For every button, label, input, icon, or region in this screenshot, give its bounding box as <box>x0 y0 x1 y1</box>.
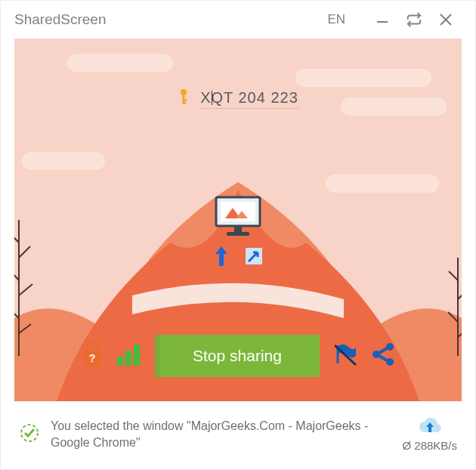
svg-line-21 <box>379 348 387 353</box>
signal-strength-icon[interactable] <box>117 343 141 369</box>
lock-help-icon[interactable]: ? <box>81 342 104 370</box>
cloud-upload-icon[interactable] <box>418 425 442 438</box>
svg-rect-14 <box>117 357 123 366</box>
mid-icons <box>214 246 262 269</box>
action-bar: ? Stop sharing <box>14 335 462 377</box>
open-external-icon[interactable] <box>246 248 262 267</box>
titlebar: SharedScreen EN <box>1 1 475 39</box>
key-icon <box>178 88 190 109</box>
svg-rect-8 <box>221 202 255 221</box>
svg-rect-10 <box>227 232 249 236</box>
session-code[interactable]: XQT 204 223 <box>200 89 298 109</box>
upload-speed: Ø 288KB/s <box>402 439 457 452</box>
illustration-area: XQT 204 223 <box>14 39 462 401</box>
language-selector[interactable]: EN <box>327 12 345 27</box>
minimize-button[interactable] <box>366 12 398 27</box>
refresh-button[interactable] <box>398 11 430 28</box>
status-check-icon <box>19 422 40 447</box>
svg-point-3 <box>181 89 187 95</box>
status-bar: You selected the window "MajorGeeks.Com … <box>14 407 462 462</box>
app-window: SharedScreen EN <box>0 0 476 470</box>
svg-rect-16 <box>134 345 140 366</box>
close-button[interactable] <box>430 12 462 27</box>
svg-rect-15 <box>125 351 131 366</box>
share-icon[interactable] <box>371 342 395 370</box>
network-status: Ø 288KB/s <box>402 417 457 452</box>
svg-rect-5 <box>183 99 187 101</box>
session-row: XQT 204 223 <box>14 88 462 109</box>
svg-rect-6 <box>183 102 187 104</box>
stop-sharing-button[interactable]: Stop sharing <box>155 335 320 377</box>
flag-off-icon[interactable] <box>333 342 357 370</box>
svg-line-22 <box>379 356 387 360</box>
app-title: SharedScreen <box>14 11 327 28</box>
svg-rect-9 <box>234 226 242 232</box>
upload-arrow-icon[interactable] <box>214 246 229 269</box>
monitor-icon <box>215 196 261 241</box>
status-message: You selected the window "MajorGeeks.Com … <box>51 418 391 450</box>
svg-text:?: ? <box>89 352 96 364</box>
